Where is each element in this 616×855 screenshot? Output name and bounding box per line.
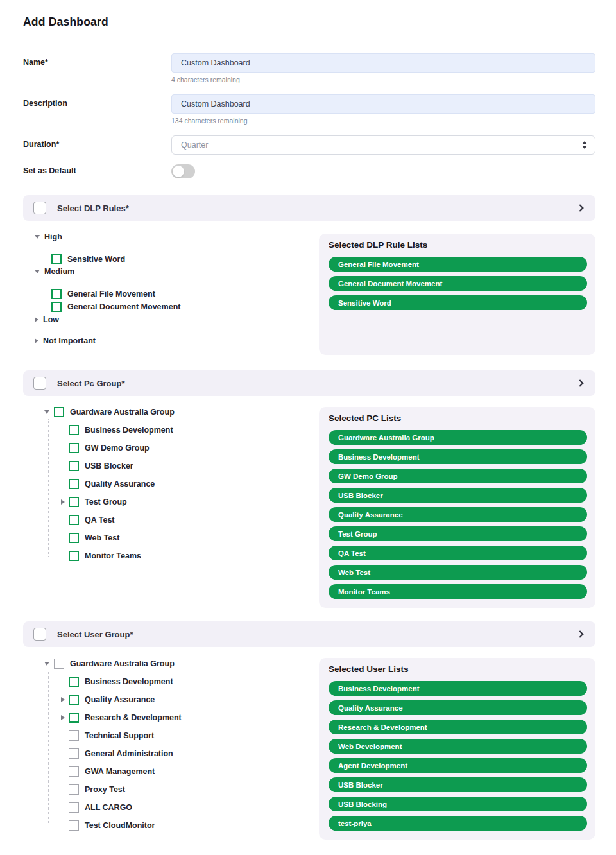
tree-node-label[interactable]: General Document Movement (67, 302, 180, 311)
unchecked-checkbox[interactable] (69, 730, 79, 741)
tree-node-label[interactable]: Guardware Australia Group (70, 659, 175, 668)
tree-guide-line (37, 243, 37, 264)
duration-select[interactable]: Quarter (171, 135, 595, 155)
pc-node: Monitor Teams (23, 551, 319, 561)
user-select-all-checkbox[interactable] (33, 628, 46, 641)
panel-title: Selected PC Lists (329, 413, 587, 423)
tree-node-label[interactable]: General File Movement (67, 289, 155, 298)
tree-node-label[interactable]: ALL CARGO (85, 803, 132, 812)
collapse-arrow-icon[interactable] (35, 235, 40, 239)
checked-checkbox[interactable] (51, 289, 62, 299)
user-expand-chevron-icon[interactable] (576, 630, 583, 637)
unchecked-checkbox[interactable] (69, 784, 79, 795)
pc-node: USB Blocker (23, 461, 319, 471)
tree-node-label[interactable]: General Administration (85, 749, 173, 758)
expand-arrow-icon[interactable] (35, 317, 38, 322)
tree-node-label[interactable]: GWA Management (85, 767, 155, 776)
duration-label: Duration* (23, 135, 171, 149)
dlp-section-title: Select DLP Rules* (57, 203, 578, 213)
pc-select-all-checkbox[interactable] (33, 377, 46, 390)
collapse-arrow-icon[interactable] (44, 662, 49, 666)
set-default-toggle[interactable] (171, 164, 195, 178)
tree-guide-line (37, 277, 37, 314)
select-spinner-icon (582, 141, 587, 149)
tree-node-label[interactable]: Business Development (85, 426, 173, 435)
selected-pill: General Document Movement (329, 276, 587, 291)
tree-node-label[interactable]: Test Group (85, 497, 127, 506)
checked-checkbox[interactable] (69, 695, 79, 705)
dlp-group-low: Low (23, 315, 319, 325)
checked-checkbox[interactable] (69, 461, 79, 471)
unchecked-checkbox[interactable] (69, 820, 79, 831)
unchecked-checkbox[interactable] (69, 748, 79, 759)
tree-node-label[interactable]: Web Test (85, 533, 119, 542)
checked-checkbox[interactable] (69, 497, 79, 507)
tree-node-label[interactable]: Quality Assurance (85, 479, 155, 488)
selected-pill: Business Development (329, 449, 587, 464)
tree-node-label[interactable]: Not Important (43, 336, 96, 345)
tree-node-label[interactable]: Low (43, 315, 59, 324)
checked-checkbox[interactable] (69, 533, 79, 543)
collapse-arrow-icon[interactable] (35, 270, 40, 273)
user-node: ALL CARGO (23, 802, 319, 813)
selected-pill: Sensitive Word (329, 295, 587, 310)
checked-checkbox[interactable] (69, 425, 79, 435)
checked-checkbox[interactable] (69, 677, 79, 687)
tree-node-label[interactable]: Test CloudMonitor (85, 821, 155, 830)
checked-checkbox[interactable] (69, 515, 79, 525)
user-node: Business Development (23, 677, 319, 687)
pc-node: Business Development (23, 425, 319, 435)
tree-node-label[interactable]: Medium (44, 267, 74, 276)
user-node: Quality Assurance (23, 695, 319, 705)
tree-node-label[interactable]: GW Demo Group (85, 444, 150, 453)
expand-arrow-icon[interactable] (35, 338, 38, 343)
tree-node-label[interactable]: Sensitive Word (67, 255, 125, 264)
dlp-expand-chevron-icon[interactable] (576, 204, 583, 211)
pc-section-body: Guardware Australia Group Business Devel… (23, 396, 595, 608)
tree-node-label[interactable]: Business Development (85, 677, 173, 686)
tree-node-label[interactable]: QA Test (85, 515, 115, 524)
unchecked-checkbox[interactable] (54, 659, 64, 669)
page-title: Add Dashboard (23, 15, 595, 29)
tree-node-label[interactable]: Guardware Australia Group (70, 408, 175, 417)
name-input[interactable] (171, 53, 595, 73)
tree-node-label[interactable]: Technical Support (85, 731, 154, 740)
set-default-row: Set as Default (23, 164, 595, 178)
tree-node-label[interactable]: Proxy Test (85, 785, 125, 794)
user-section-title: Select User Group* (57, 630, 578, 639)
pc-node: Quality Assurance (23, 479, 319, 489)
expand-arrow-icon[interactable] (61, 499, 65, 505)
expand-arrow-icon[interactable] (61, 697, 65, 702)
dlp-section-header[interactable]: Select DLP Rules* (23, 195, 595, 221)
description-hint: 134 characters remaining (171, 117, 595, 125)
tree-node-label[interactable]: High (44, 232, 62, 241)
user-section-header[interactable]: Select User Group* (23, 621, 595, 647)
tree-node-label[interactable]: Monitor Teams (85, 551, 141, 560)
tree-guide-line (60, 419, 60, 557)
checked-checkbox[interactable] (51, 302, 62, 312)
tree-node-label[interactable]: USB Blocker (85, 462, 133, 471)
pc-expand-chevron-icon[interactable] (576, 379, 583, 386)
checked-checkbox[interactable] (69, 712, 79, 723)
checked-checkbox[interactable] (69, 443, 79, 453)
user-root-node: Guardware Australia Group (23, 659, 319, 669)
user-node: GWA Management (23, 766, 319, 777)
checked-checkbox[interactable] (51, 254, 62, 264)
selected-pill: Web Test (329, 565, 587, 580)
expand-arrow-icon[interactable] (61, 715, 65, 720)
description-label: Description (23, 94, 171, 108)
checked-checkbox[interactable] (54, 407, 64, 417)
checked-checkbox[interactable] (69, 479, 79, 489)
unchecked-checkbox[interactable] (69, 802, 79, 813)
tree-guide-line (48, 419, 49, 557)
tree-node-label[interactable]: Quality Assurance (85, 695, 155, 704)
tree-node-label[interactable]: Research & Development (85, 713, 182, 722)
unchecked-checkbox[interactable] (69, 766, 79, 777)
selected-pill: USB Blocking (329, 797, 587, 811)
pc-section-header[interactable]: Select Pc Group* (23, 370, 595, 396)
dlp-select-all-checkbox[interactable] (33, 202, 46, 214)
collapse-arrow-icon[interactable] (44, 410, 49, 414)
description-input[interactable] (171, 94, 595, 114)
dlp-section-body: High Sensitive Word Medium General File … (23, 221, 595, 355)
checked-checkbox[interactable] (69, 551, 79, 561)
